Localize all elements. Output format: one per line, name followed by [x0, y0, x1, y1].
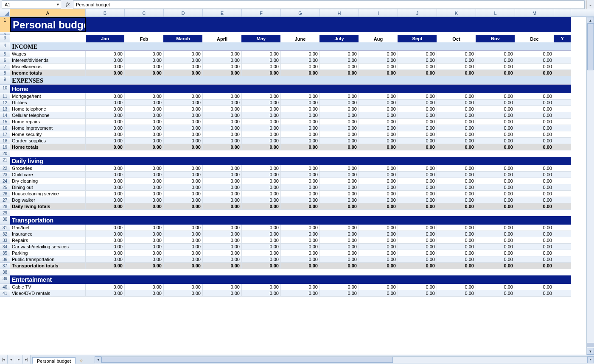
cell[interactable]: 0.00: [203, 138, 242, 144]
cell[interactable]: 0.00: [164, 284, 203, 290]
cell[interactable]: 0.00: [515, 144, 554, 150]
cell[interactable]: 0.00: [242, 225, 281, 231]
cell[interactable]: 0.00: [398, 284, 437, 290]
row-header-12[interactable]: 12: [0, 100, 10, 106]
cell[interactable]: 0.00: [359, 197, 398, 203]
cell[interactable]: 0.00: [437, 244, 476, 250]
cell[interactable]: 0.00: [242, 93, 281, 100]
cell[interactable]: 0.00: [281, 131, 320, 138]
cell[interactable]: 0.00: [281, 178, 320, 184]
tab-last-icon[interactable]: ▸|: [23, 355, 31, 364]
cell[interactable]: 0.00: [281, 119, 320, 125]
cell[interactable]: 0.00: [125, 250, 164, 256]
cell[interactable]: 0.00: [242, 144, 281, 150]
cell[interactable]: 0.00: [125, 125, 164, 131]
cell[interactable]: 0.00: [515, 256, 554, 263]
tab-prev-icon[interactable]: ◂: [8, 355, 15, 364]
cell[interactable]: 0.00: [398, 290, 437, 297]
month-header-Sept[interactable]: Sept: [398, 35, 437, 42]
cell[interactable]: 0.00: [242, 131, 281, 138]
cell[interactable]: 0.00: [398, 256, 437, 263]
cell[interactable]: 0.00: [476, 184, 515, 191]
cell[interactable]: 0.00: [86, 106, 125, 112]
cell[interactable]: 0.00: [86, 165, 125, 172]
cell[interactable]: 0.00: [281, 70, 320, 76]
cell[interactable]: 0.00: [164, 131, 203, 138]
cell[interactable]: 0.00: [242, 172, 281, 178]
cell[interactable]: 0.00: [320, 256, 359, 263]
cell[interactable]: 0.00: [281, 290, 320, 297]
cell[interactable]: 0.00: [398, 64, 437, 70]
cell[interactable]: 0.00: [476, 100, 515, 106]
cell[interactable]: 0.00: [320, 203, 359, 210]
cell[interactable]: 0.00: [515, 263, 554, 269]
cell[interactable]: 0.00: [476, 225, 515, 231]
cell[interactable]: 0.00: [86, 197, 125, 203]
cell[interactable]: 0.00: [164, 231, 203, 237]
cell[interactable]: 0.00: [203, 172, 242, 178]
cell[interactable]: 0.00: [515, 184, 554, 191]
cell[interactable]: 0.00: [242, 178, 281, 184]
row-total[interactable]: Daily living totals: [10, 203, 86, 210]
hscroll-thumb[interactable]: [101, 357, 393, 363]
cell[interactable]: 0.00: [125, 70, 164, 76]
cell[interactable]: 0.00: [242, 138, 281, 144]
cell[interactable]: 0.00: [359, 203, 398, 210]
cell[interactable]: 0.00: [86, 100, 125, 106]
cell[interactable]: 0.00: [86, 284, 125, 290]
cell[interactable]: 0.00: [125, 119, 164, 125]
cell[interactable]: 0.00: [515, 197, 554, 203]
cell[interactable]: 0.00: [359, 125, 398, 131]
month-header-May[interactable]: May: [242, 35, 281, 42]
cell[interactable]: 0.00: [398, 93, 437, 100]
cell[interactable]: 0.00: [359, 70, 398, 76]
cell[interactable]: 0.00: [242, 125, 281, 131]
cell[interactable]: 0.00: [515, 237, 554, 244]
cell[interactable]: 0.00: [281, 203, 320, 210]
cell[interactable]: 0.00: [398, 197, 437, 203]
row-header-10[interactable]: 10: [0, 85, 10, 93]
cell[interactable]: 0.00: [164, 138, 203, 144]
cell[interactable]: 0.00: [320, 125, 359, 131]
row-header-7[interactable]: 7: [0, 64, 10, 70]
category-Home[interactable]: Home: [10, 85, 571, 93]
cell[interactable]: 0.00: [515, 51, 554, 57]
cell[interactable]: 0.00: [359, 244, 398, 250]
month-header-Nov[interactable]: Nov: [476, 35, 515, 42]
tab-next-icon[interactable]: ▸: [15, 355, 23, 364]
column-header-G[interactable]: G: [281, 9, 320, 17]
cell[interactable]: 0.00: [476, 106, 515, 112]
cell[interactable]: 0.00: [398, 165, 437, 172]
row-label[interactable]: Video/DVD rentals: [10, 290, 86, 297]
cell[interactable]: 0.00: [164, 51, 203, 57]
column-header-A[interactable]: A: [10, 9, 86, 17]
row-header-31[interactable]: 31: [0, 225, 10, 231]
row-label[interactable]: Home repairs: [10, 119, 86, 125]
cell[interactable]: 0.00: [242, 244, 281, 250]
row-label[interactable]: Miscellaneous: [10, 64, 86, 70]
row-header-22[interactable]: 22: [0, 165, 10, 172]
cell[interactable]: 0.00: [476, 178, 515, 184]
cell[interactable]: 0.00: [476, 290, 515, 297]
cell[interactable]: 0.00: [203, 51, 242, 57]
cell[interactable]: 0.00: [437, 250, 476, 256]
cell[interactable]: 0.00: [437, 284, 476, 290]
row-label[interactable]: Gas/fuel: [10, 225, 86, 231]
row-label[interactable]: Garden supplies: [10, 138, 86, 144]
row-label[interactable]: Utilities: [10, 100, 86, 106]
cell[interactable]: 0.00: [86, 125, 125, 131]
cell[interactable]: 0.00: [86, 203, 125, 210]
cell[interactable]: 0.00: [125, 244, 164, 250]
cell[interactable]: 0.00: [281, 197, 320, 203]
row-label[interactable]: Wages: [10, 51, 86, 57]
cell[interactable]: 0.00: [86, 231, 125, 237]
cell[interactable]: 0.00: [242, 57, 281, 64]
cell[interactable]: 0.00: [515, 178, 554, 184]
cell[interactable]: 0.00: [437, 191, 476, 197]
cell[interactable]: 0.00: [476, 125, 515, 131]
cell[interactable]: 0.00: [320, 106, 359, 112]
cell[interactable]: 0.00: [359, 184, 398, 191]
cell[interactable]: 0.00: [242, 106, 281, 112]
row-label[interactable]: Home telephone: [10, 106, 86, 112]
cell[interactable]: 0.00: [281, 93, 320, 100]
